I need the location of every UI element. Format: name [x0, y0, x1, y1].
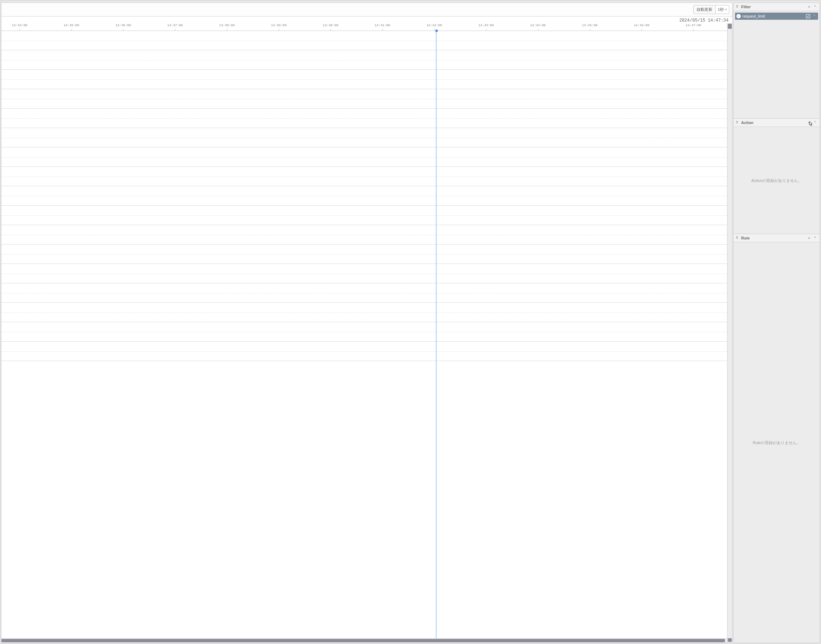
timeline-row[interactable]: [2, 147, 727, 167]
add-filter-icon[interactable]: ＋: [807, 4, 812, 9]
timeline-row[interactable]: [2, 244, 727, 264]
main-timeline-pane: 自動更新 1秒 ▾ 2024/05/15 14:47:34 14:34:0014…: [1, 3, 732, 643]
time-tick: 14:42:00: [426, 24, 442, 27]
grip-icon: ⠿: [736, 5, 740, 9]
time-tick: 14:38:00: [219, 24, 235, 27]
timeline-row[interactable]: [2, 283, 727, 303]
filter-panel-body: ✓ request_limit ˅: [733, 11, 819, 118]
horizontal-scrollbar[interactable]: [2, 638, 727, 642]
timeline-canvas[interactable]: 14:34:0014:35:0014:36:0014:37:0014:38:00…: [2, 23, 727, 642]
action-panel-title: Action: [741, 120, 806, 125]
action-panel-body: Actionの登録がありません。: [733, 127, 819, 234]
auto-refresh-button[interactable]: 自動更新: [693, 5, 715, 14]
horizontal-scroll-thumb[interactable]: [2, 639, 725, 642]
vertical-scroll-thumb-bottom[interactable]: [728, 638, 732, 642]
side-pane: ⠿ Filter ＋ ˄ ✓ request_limit ˅ ⠿ Actio: [733, 3, 820, 643]
refresh-interval-select[interactable]: 1秒 ▾: [715, 5, 729, 14]
rule-panel-body: Ruleの登録がありません。: [733, 242, 819, 642]
timeline-rows: [2, 31, 727, 638]
timeline-row[interactable]: [2, 89, 727, 109]
edit-icon[interactable]: [806, 14, 810, 19]
time-tick: 14:44:00: [530, 24, 546, 27]
add-rule-icon[interactable]: ＋: [807, 236, 812, 241]
filter-item[interactable]: ✓ request_limit ˅: [735, 12, 818, 20]
rule-panel-header[interactable]: ⠿ Rule ＋ ˄: [733, 234, 819, 242]
action-panel: ⠿ Action ＋ ˄ Actionの登録がありません。: [733, 119, 819, 234]
collapse-filter-icon[interactable]: ˄: [812, 4, 817, 9]
chevron-down-icon[interactable]: ˅: [812, 14, 817, 19]
timeline-row[interactable]: [2, 322, 727, 342]
rule-panel-title: Rule: [741, 236, 806, 240]
timeline-row[interactable]: [2, 303, 727, 322]
toolbar: 自動更新 1秒 ▾: [2, 3, 732, 17]
time-tick: 14:40:00: [323, 24, 338, 27]
time-tick: 14:35:00: [64, 24, 79, 27]
timeline-row[interactable]: [2, 342, 727, 361]
time-tick: 14:39:00: [271, 24, 286, 27]
timeline-row[interactable]: [2, 167, 727, 186]
filter-item-label: request_limit: [743, 14, 804, 18]
time-tick: 14:47:00: [686, 24, 701, 27]
time-tick: 14:43:00: [478, 24, 494, 27]
time-tick: 14:37:00: [167, 24, 183, 27]
timeline-row[interactable]: [2, 31, 727, 51]
vertical-scroll-thumb-top[interactable]: [728, 24, 732, 29]
add-action-icon[interactable]: ＋: [807, 120, 812, 125]
timeline-row[interactable]: [2, 205, 727, 225]
caret-down-icon: ▾: [725, 8, 727, 11]
action-panel-header[interactable]: ⠿ Action ＋ ˄: [733, 119, 819, 127]
time-header: 14:34:0014:35:0014:36:0014:37:0014:38:00…: [2, 23, 727, 31]
time-tick: 14:46:00: [634, 24, 649, 27]
time-tick: 14:41:00: [375, 24, 390, 27]
filter-panel-title: Filter: [741, 5, 806, 9]
vertical-scrollbar[interactable]: [727, 23, 732, 642]
grip-icon: ⠿: [736, 121, 740, 124]
refresh-control-group: 自動更新 1秒 ▾: [693, 5, 729, 14]
timeline-row[interactable]: [2, 51, 727, 70]
timeline-row[interactable]: [2, 109, 727, 128]
timeline-row[interactable]: [2, 186, 727, 205]
rule-empty-message: Ruleの登録がありません。: [733, 440, 819, 445]
filter-panel-header[interactable]: ⠿ Filter ＋ ˄: [733, 3, 819, 11]
time-tick: 14:36:00: [115, 24, 131, 27]
timeline-row[interactable]: [2, 225, 727, 244]
filter-panel: ⠿ Filter ＋ ˄ ✓ request_limit ˅: [733, 3, 819, 119]
timeline-row[interactable]: [2, 128, 727, 147]
time-tick: 14:45:00: [582, 24, 598, 27]
check-circle-icon: ✓: [736, 14, 741, 18]
grip-icon: ⠿: [736, 236, 740, 240]
timeline-row[interactable]: [2, 264, 727, 283]
refresh-interval-label: 1秒: [718, 7, 724, 12]
collapse-rule-icon[interactable]: ˄: [812, 236, 817, 241]
playhead[interactable]: [436, 31, 437, 638]
time-tick: 14:34:00: [12, 24, 27, 27]
action-empty-message: Actionの登録がありません。: [733, 178, 819, 183]
current-timestamp: 2024/05/15 14:47:34: [2, 17, 732, 23]
collapse-action-icon[interactable]: ˄: [812, 120, 817, 125]
timeline-row[interactable]: [2, 70, 727, 89]
rule-panel: ⠿ Rule ＋ ˄ Ruleの登録がありません。: [733, 234, 819, 642]
